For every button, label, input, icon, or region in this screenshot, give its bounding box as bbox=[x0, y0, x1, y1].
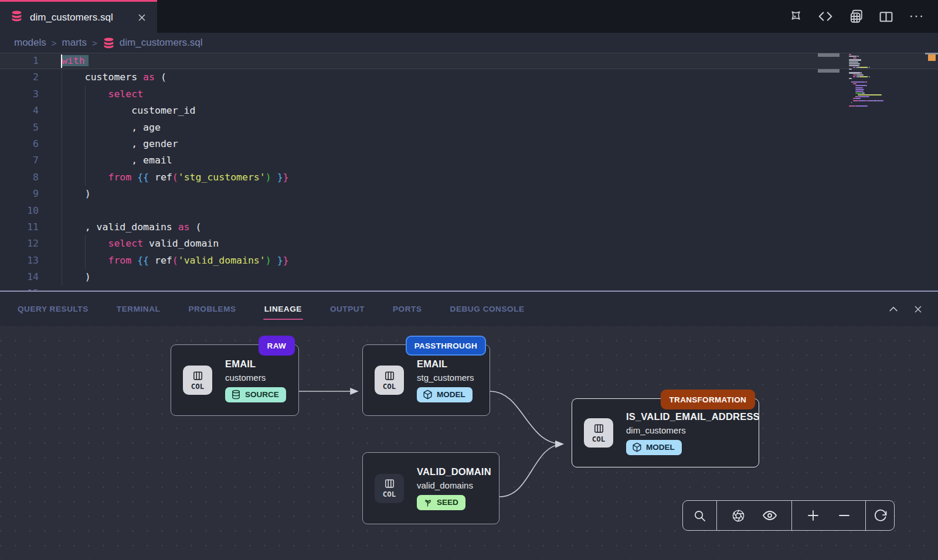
column-icon: COL bbox=[584, 418, 613, 448]
code-line-5[interactable]: 5 , age bbox=[0, 119, 938, 136]
panel-tab-debug-console[interactable]: DEBUG CONSOLE bbox=[450, 305, 525, 313]
column-icon: COL bbox=[375, 474, 404, 503]
code-line-3[interactable]: 3 select bbox=[0, 86, 938, 103]
code-line-9[interactable]: 9 ) bbox=[0, 186, 938, 202]
lineage-node-badge: PASSTHROUGH bbox=[406, 336, 486, 356]
code-button[interactable] bbox=[818, 9, 833, 24]
tab-dim-customers[interactable]: dim_customers.sql bbox=[0, 0, 157, 33]
minimap-selection-marker bbox=[818, 69, 840, 73]
node-type-chip: MODEL bbox=[417, 387, 473, 402]
database-solid-icon bbox=[103, 37, 115, 49]
code-editor[interactable]: 1with2 customers as (3 select4 customer_… bbox=[0, 53, 938, 291]
panel-chevron-up-button[interactable] bbox=[888, 303, 899, 315]
lineage-node-badge: TRANSFORMATION bbox=[661, 390, 755, 409]
app-window: dim_customers.sql models>marts>dim_custo… bbox=[0, 0, 938, 560]
code-line-7[interactable]: 7 , email bbox=[0, 152, 938, 169]
node-model-name: stg_customers bbox=[417, 373, 474, 383]
ruler-selection-marker bbox=[928, 54, 936, 61]
line-number: 6 bbox=[0, 136, 39, 152]
lineage-aperture-button[interactable] bbox=[728, 506, 749, 526]
column-icon: COL bbox=[375, 366, 404, 395]
node-type-chip: SEED bbox=[417, 495, 465, 510]
database-line-icon bbox=[231, 390, 241, 399]
node-column-name: IS_VALID_EMAIL_ADDRESS bbox=[626, 411, 760, 422]
indent-guide bbox=[62, 69, 62, 285]
line-number: 14 bbox=[0, 269, 39, 285]
lineage-canvas[interactable]: RAW COL EMAIL customers SOURCE PASSTHROU… bbox=[0, 326, 938, 560]
bottom-panel-tabs: QUERY RESULTSTERMINALPROBLEMSLINEAGEOUTP… bbox=[0, 291, 938, 326]
node-model-name: customers bbox=[225, 373, 286, 383]
indent-guide bbox=[85, 235, 86, 269]
panel-tab-query-results[interactable]: QUERY RESULTS bbox=[18, 305, 89, 313]
breadcrumb-separator: > bbox=[92, 38, 97, 48]
text-cursor bbox=[61, 54, 62, 68]
code-line-2[interactable]: 2 customers as ( bbox=[0, 69, 938, 86]
node-column-name: EMAIL bbox=[417, 358, 474, 370]
lineage-search-button[interactable] bbox=[689, 506, 710, 526]
code-line-1[interactable]: 1with bbox=[0, 53, 938, 69]
sprout-icon bbox=[423, 497, 433, 507]
line-number: 1 bbox=[0, 53, 39, 69]
lineage-refresh-button[interactable] bbox=[870, 506, 891, 526]
cube-icon bbox=[423, 390, 433, 399]
line-number: 12 bbox=[0, 235, 39, 252]
tab-close-icon[interactable] bbox=[137, 13, 147, 22]
breadcrumb-separator: > bbox=[52, 38, 57, 48]
node-column-name: EMAIL bbox=[225, 358, 286, 370]
indent-guide bbox=[85, 86, 86, 186]
line-number: 11 bbox=[0, 219, 39, 235]
overview-ruler[interactable] bbox=[925, 53, 938, 291]
line-number: 13 bbox=[0, 252, 39, 269]
split-editor-button[interactable] bbox=[879, 9, 893, 24]
lineage-node-dim_customers[interactable]: TRANSFORMATION COL IS_VALID_EMAIL_ADDRES… bbox=[572, 398, 759, 467]
breadcrumb-item[interactable]: marts bbox=[62, 37, 87, 49]
code-line-8[interactable]: 8 from {{ ref('stg_customers') }} bbox=[0, 169, 938, 186]
cube-icon bbox=[632, 442, 642, 452]
line-number: 9 bbox=[0, 186, 39, 202]
code-line-6[interactable]: 6 , gender bbox=[0, 136, 938, 152]
tab-label: dim_customers.sql bbox=[30, 12, 130, 23]
dbt-logo-button[interactable] bbox=[787, 9, 803, 24]
line-number: 2 bbox=[0, 69, 39, 86]
node-model-name: dim_customers bbox=[626, 425, 760, 435]
panel-actions bbox=[888, 303, 923, 315]
breadcrumb-item[interactable]: dim_customers.sql bbox=[103, 37, 203, 49]
code-line-13[interactable]: 13 from {{ ref('valid_domains') }} bbox=[0, 252, 938, 269]
line-number: 10 bbox=[0, 203, 39, 219]
lineage-node-stg_customers[interactable]: PASSTHROUGH COL EMAIL stg_customers MODE… bbox=[362, 344, 490, 416]
lineage-node-valid_domains[interactable]: COL VALID_DOMAIN valid_domains SEED bbox=[362, 452, 499, 524]
line-number: 7 bbox=[0, 152, 39, 169]
more-button[interactable] bbox=[909, 9, 924, 24]
node-type-chip: MODEL bbox=[626, 440, 682, 455]
duplicate-table-button[interactable] bbox=[848, 9, 864, 24]
database-icon bbox=[11, 10, 23, 25]
minimap[interactable] bbox=[849, 54, 913, 107]
panel-tab-output[interactable]: OUTPUT bbox=[330, 305, 365, 313]
line-number: 5 bbox=[0, 119, 39, 136]
panel-tab-ports[interactable]: PORTS bbox=[393, 305, 422, 313]
panel-tab-lineage[interactable]: LINEAGE bbox=[264, 305, 302, 313]
editor-tab-bar: dim_customers.sql bbox=[0, 0, 938, 33]
lineage-toolbar bbox=[682, 500, 895, 531]
code-line-14[interactable]: 14 ) bbox=[0, 269, 938, 285]
code-line-4[interactable]: 4 customer_id bbox=[0, 103, 938, 119]
line-number: 3 bbox=[0, 86, 39, 103]
panel-close-button[interactable] bbox=[913, 305, 923, 314]
code-line-10[interactable]: 10 bbox=[0, 203, 938, 219]
code-line-15[interactable]: 15 bbox=[0, 285, 938, 291]
panel-tab-terminal[interactable]: TERMINAL bbox=[117, 305, 161, 313]
breadcrumb-item[interactable]: models bbox=[14, 37, 46, 49]
node-column-name: VALID_DOMAIN bbox=[417, 466, 491, 477]
lineage-node-customers[interactable]: RAW COL EMAIL customers SOURCE bbox=[171, 344, 299, 416]
lineage-eye-button[interactable] bbox=[759, 505, 780, 526]
code-line-11[interactable]: 11 , valid_domains as ( bbox=[0, 219, 938, 235]
lineage-plus-button[interactable] bbox=[803, 505, 824, 526]
panel-tab-problems[interactable]: PROBLEMS bbox=[188, 305, 236, 313]
breadcrumb: models>marts>dim_customers.sql bbox=[0, 33, 938, 53]
column-icon: COL bbox=[183, 366, 212, 395]
line-number: 15 bbox=[0, 285, 39, 291]
node-model-name: valid_domains bbox=[417, 480, 491, 490]
code-line-12[interactable]: 12 select valid_domain bbox=[0, 235, 938, 252]
lineage-minus-button[interactable] bbox=[834, 505, 855, 526]
line-number: 4 bbox=[0, 103, 39, 119]
